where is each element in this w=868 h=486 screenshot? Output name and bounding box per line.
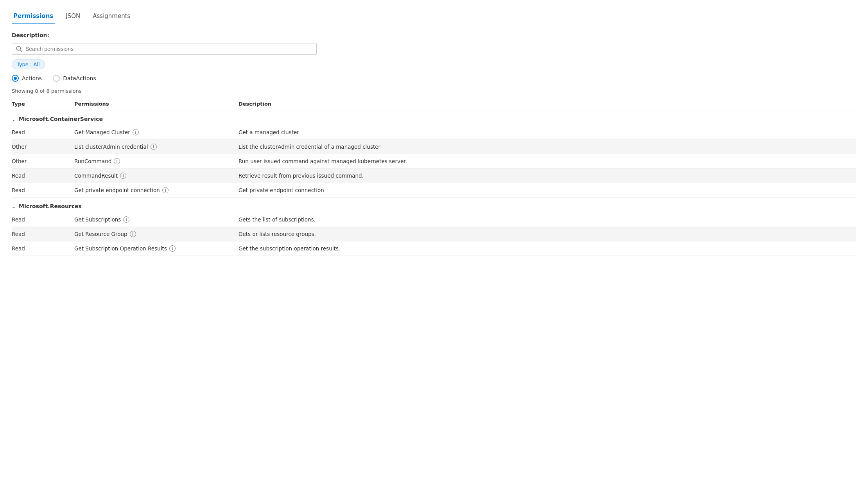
tab-permissions[interactable]: Permissions xyxy=(12,8,55,24)
radio-dataactions[interactable]: DataActions xyxy=(53,75,96,82)
cell-type: Read xyxy=(12,241,74,256)
section-name: Microsoft.Resources xyxy=(19,203,82,209)
col-type: Type xyxy=(12,98,74,110)
permission-name: RunCommand xyxy=(74,158,111,164)
cell-permission: Get private endpoint connectioni xyxy=(74,183,239,198)
search-input[interactable] xyxy=(25,46,312,52)
table-row: ReadGet Managed ClusteriGet a managed cl… xyxy=(12,125,856,140)
section-chevron-icon[interactable]: ⌄ xyxy=(12,117,16,122)
radio-actions-circle xyxy=(12,75,19,82)
section-name: Microsoft.ContainerService xyxy=(19,116,103,122)
cell-description: Gets or lists resource groups. xyxy=(239,227,856,241)
info-icon[interactable]: i xyxy=(162,187,169,193)
showing-count: Showing 8 of 8 permissions xyxy=(12,88,856,94)
cell-permission: Get Resource Groupi xyxy=(74,227,239,241)
cell-description: Gets the list of subscriptions. xyxy=(239,212,856,227)
search-icon xyxy=(16,46,22,52)
cell-permission: List clusterAdmin credentiali xyxy=(74,140,239,154)
col-description: Description xyxy=(239,98,856,110)
permission-name: Get private endpoint connection xyxy=(74,187,160,193)
table-row: OtherRunCommandiRun user issued command … xyxy=(12,154,856,169)
type-filter-badge[interactable]: Type : All xyxy=(12,59,45,69)
cell-permission: CommandResulti xyxy=(74,169,239,183)
cell-type: Read xyxy=(12,183,74,198)
info-icon[interactable]: i xyxy=(133,129,139,135)
section-row: ⌄Microsoft.ContainerService xyxy=(12,110,856,126)
tab-assignments[interactable]: Assignments xyxy=(91,8,132,24)
table-row: ReadCommandResultiRetrieve result from p… xyxy=(12,169,856,183)
cell-description: List the clusterAdmin credential of a ma… xyxy=(239,140,856,154)
cell-description: Get private endpoint connection xyxy=(239,183,856,198)
cell-description: Retrieve result from previous issued com… xyxy=(239,169,856,183)
table-row: OtherList clusterAdmin credentialiList t… xyxy=(12,140,856,154)
section-chevron-icon[interactable]: ⌄ xyxy=(12,204,16,209)
cell-permission: Get Managed Clusteri xyxy=(74,125,239,140)
table-row: ReadGet Resource GroupiGets or lists res… xyxy=(12,227,856,241)
info-icon[interactable]: i xyxy=(123,216,129,223)
info-icon[interactable]: i xyxy=(114,158,120,164)
cell-type: Read xyxy=(12,169,74,183)
permission-name: Get Subscription Operation Results xyxy=(74,245,167,252)
cell-type: Read xyxy=(12,227,74,241)
cell-description: Get a managed cluster xyxy=(239,125,856,140)
radio-dataactions-circle xyxy=(53,75,60,82)
permissions-table: Type Permissions Description ⌄Microsoft.… xyxy=(12,98,856,256)
info-icon[interactable]: i xyxy=(169,245,176,252)
permission-name: List clusterAdmin credential xyxy=(74,144,148,150)
radio-group: Actions DataActions xyxy=(12,75,856,82)
info-icon[interactable]: i xyxy=(130,231,136,237)
info-icon[interactable]: i xyxy=(151,144,157,150)
radio-dataactions-label: DataActions xyxy=(63,75,96,81)
svg-line-1 xyxy=(20,50,22,52)
cell-description: Get the subscription operation results. xyxy=(239,241,856,256)
cell-type: Read xyxy=(12,212,74,227)
table-row: ReadGet Subscription Operation ResultsiG… xyxy=(12,241,856,256)
cell-type: Read xyxy=(12,125,74,140)
cell-type: Other xyxy=(12,140,74,154)
cell-permission: Get Subscription Operation Resultsi xyxy=(74,241,239,256)
table-header-row: Type Permissions Description xyxy=(12,98,856,110)
permission-name: Get Resource Group xyxy=(74,231,127,237)
col-permissions: Permissions xyxy=(74,98,239,110)
cell-permission: RunCommandi xyxy=(74,154,239,169)
table-row: ReadGet private endpoint connectioniGet … xyxy=(12,183,856,198)
permission-name: Get Managed Cluster xyxy=(74,129,130,135)
tab-json[interactable]: JSON xyxy=(64,8,82,24)
table-row: ReadGet SubscriptionsiGets the list of s… xyxy=(12,212,856,227)
cell-permission: Get Subscriptionsi xyxy=(74,212,239,227)
cell-description: Run user issued command against managed … xyxy=(239,154,856,169)
search-container[interactable] xyxy=(12,43,317,55)
radio-actions-label: Actions xyxy=(22,75,42,81)
description-label: Description: xyxy=(12,32,856,38)
section-row: ⌄Microsoft.Resources xyxy=(12,198,856,213)
permission-name: Get Subscriptions xyxy=(74,216,121,223)
radio-actions[interactable]: Actions xyxy=(12,75,42,82)
info-icon[interactable]: i xyxy=(120,173,126,179)
radio-actions-dot xyxy=(14,77,17,80)
cell-type: Other xyxy=(12,154,74,169)
tabs-bar: Permissions JSON Assignments xyxy=(12,8,856,24)
permission-name: CommandResult xyxy=(74,173,118,179)
